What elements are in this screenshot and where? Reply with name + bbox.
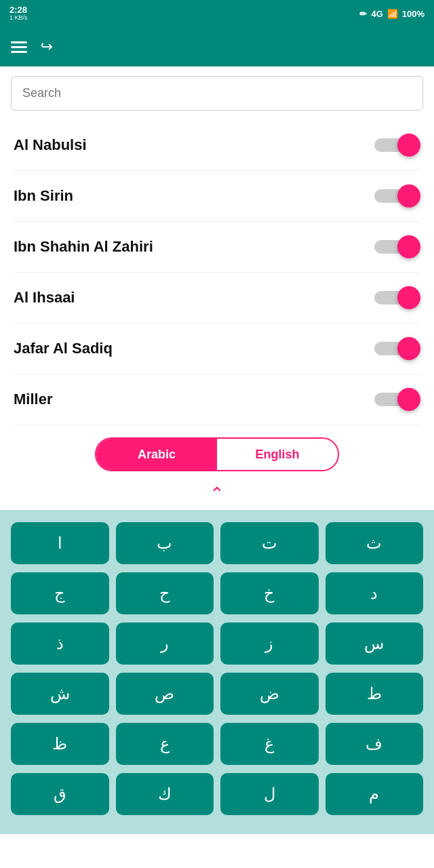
keyboard-row-2: ذرزس <box>11 623 423 665</box>
toggle-ibn-shahin[interactable] <box>374 235 420 258</box>
list-item-al-nabulsi: Al Nabulsi <box>14 120 420 171</box>
key-ط[interactable]: ط <box>326 673 424 715</box>
key-ض[interactable]: ض <box>220 673 319 715</box>
key-د[interactable]: د <box>326 572 424 614</box>
key-م[interactable]: م <box>326 773 424 815</box>
top-bar: ↩ <box>0 27 434 66</box>
edit-icon: ✏ <box>359 9 367 19</box>
toggle-jafar-al-sadiq[interactable] <box>374 337 420 360</box>
search-input[interactable] <box>11 76 423 111</box>
key-ص[interactable]: ص <box>116 673 214 715</box>
key-ح[interactable]: ح <box>116 572 214 614</box>
toggle-ibn-sirin[interactable] <box>374 184 420 208</box>
key-ل[interactable]: ل <box>220 773 319 815</box>
arabic-tab[interactable]: Arabic <box>96 439 217 470</box>
key-ف[interactable]: ف <box>326 723 424 765</box>
keyboard-row-0: ابتث <box>11 522 423 564</box>
list-item-ibn-sirin: Ibn Sirin <box>14 171 420 222</box>
key-ب[interactable]: ب <box>116 522 214 564</box>
key-ك[interactable]: ك <box>116 773 214 815</box>
list-item-ibn-shahin: Ibn Shahin Al Zahiri <box>14 222 420 273</box>
key-ج[interactable]: ج <box>11 572 109 614</box>
key-س[interactable]: س <box>326 623 424 665</box>
key-خ[interactable]: خ <box>220 572 319 614</box>
key-ر[interactable]: ر <box>116 623 214 665</box>
key-ظ[interactable]: ظ <box>11 723 109 765</box>
key-ت[interactable]: ت <box>220 522 319 564</box>
list-label-ibn-shahin: Ibn Shahin Al Zahiri <box>14 238 153 256</box>
signal-icon: 📶 <box>387 9 398 19</box>
keyboard-area: ابتثجحخدذرزسشصضطظعغفقكلم <box>0 510 434 834</box>
key-غ[interactable]: غ <box>220 723 319 765</box>
lang-toggle: Arabic English <box>95 437 339 471</box>
back-button[interactable]: ↩ <box>41 38 53 56</box>
network-icon: 4G <box>371 9 382 19</box>
toggle-al-nabulsi[interactable] <box>374 134 420 157</box>
key-ش[interactable]: ش <box>11 673 109 715</box>
keyboard-row-3: شصضط <box>11 673 423 715</box>
key-ذ[interactable]: ذ <box>11 623 109 665</box>
keyboard-row-5: قكلم <box>11 773 423 815</box>
key-ع[interactable]: ع <box>116 723 214 765</box>
status-time: 2:28 1 KB/s <box>9 5 28 22</box>
list-label-ibn-sirin: Ibn Sirin <box>14 187 73 205</box>
list-container: Al Nabulsi Ibn Sirin Ibn Shahin Al Zahir… <box>0 120 434 425</box>
list-label-al-ihsaai: Al Ihsaai <box>14 289 75 307</box>
keyboard-row-4: ظعغف <box>11 723 423 765</box>
list-label-miller: Miller <box>14 391 52 408</box>
search-container <box>0 66 434 120</box>
chevron-container: ⌃ <box>0 477 434 510</box>
list-label-al-nabulsi: Al Nabulsi <box>14 136 87 154</box>
list-item-al-ihsaai: Al Ihsaai <box>14 273 420 323</box>
chevron-up-icon[interactable]: ⌃ <box>210 484 224 505</box>
english-tab[interactable]: English <box>217 439 338 470</box>
keyboard-row-1: جحخد <box>11 572 423 614</box>
status-indicators: ✏ 4G 📶 100% <box>359 9 425 19</box>
lang-toggle-container: Arabic English <box>0 425 434 477</box>
key-ث[interactable]: ث <box>326 522 424 564</box>
list-item-jafar-al-sadiq: Jafar Al Sadiq <box>14 323 420 374</box>
key-ق[interactable]: ق <box>11 773 109 815</box>
menu-button[interactable] <box>11 41 27 53</box>
status-bar: 2:28 1 KB/s ✏ 4G 📶 100% <box>0 0 434 27</box>
key-ا[interactable]: ا <box>11 522 109 564</box>
battery-indicator: 100% <box>402 9 425 19</box>
list-label-jafar-al-sadiq: Jafar Al Sadiq <box>14 340 113 357</box>
toggle-al-ihsaai[interactable] <box>374 286 420 309</box>
toggle-miller[interactable] <box>374 388 420 411</box>
key-ز[interactable]: ز <box>220 623 319 665</box>
list-item-miller: Miller <box>14 374 420 425</box>
